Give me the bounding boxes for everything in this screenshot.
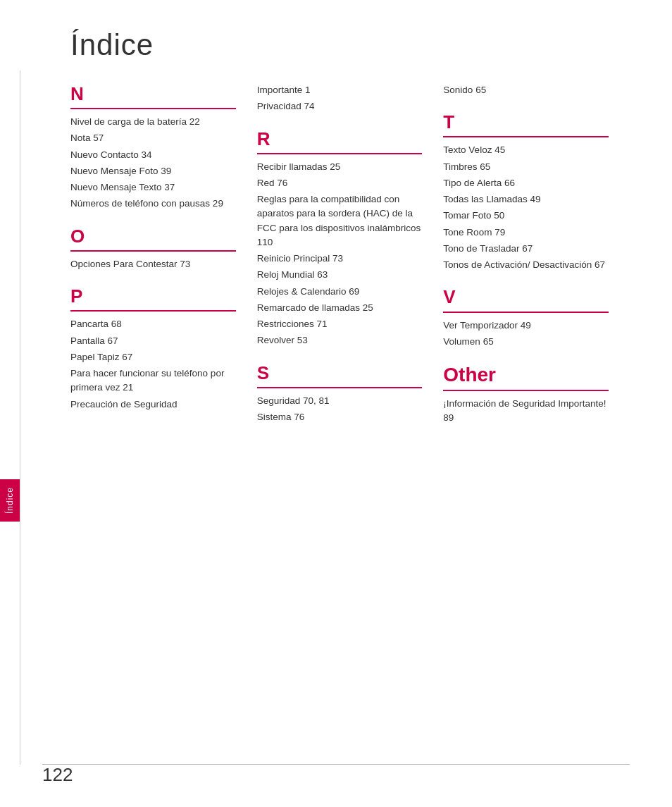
entry-t-7: Tono de Trasladar 67 — [443, 242, 609, 256]
column-1: N Nivel de carga de la batería 22 Nota 5… — [70, 83, 257, 439]
section-n: N Nivel de carga de la batería 22 Nota 5… — [70, 83, 236, 211]
section-divider-o — [70, 250, 236, 252]
section-divider-other — [443, 390, 609, 391]
entry-n-4: Nuevo Mensaje Foto 39 — [70, 164, 236, 178]
section-other: Other ¡Información de Seguridad Importan… — [443, 363, 609, 425]
section-p: P Pancarta 68 Pantalla 67 Papel Tapiz 67… — [70, 285, 236, 412]
sidebar-label: Índice — [5, 487, 15, 514]
left-border-line — [20, 70, 20, 765]
entry-t-4: Todas las Llamadas 49 — [443, 192, 609, 207]
section-divider-t — [443, 136, 609, 137]
section-letter-p: P — [70, 285, 236, 307]
entry-cont-2: Privacidad 74 — [257, 99, 423, 113]
section-v: V Ver Temporizador 49 Volumen 65 — [443, 286, 609, 349]
bottom-border — [42, 764, 630, 765]
section-letter-other: Other — [443, 363, 609, 387]
page-title: Índice — [70, 28, 630, 62]
entry-cont3-1: Sonido 65 — [443, 83, 609, 97]
entry-r-6: Relojes & Calendario 69 — [257, 285, 423, 299]
section-s: S Seguridad 70, 81 Sistema 76 — [257, 362, 423, 425]
section-divider-s — [257, 387, 423, 388]
entry-t-2: Timbres 65 — [443, 160, 609, 174]
page-number: 122 — [42, 764, 73, 786]
entry-v-1: Ver Temporizador 49 — [443, 319, 609, 333]
content-area: N Nivel de carga de la batería 22 Nota 5… — [70, 83, 630, 439]
section-continuation-3: Sonido 65 — [443, 83, 609, 97]
entry-p-2: Pantalla 67 — [70, 334, 236, 348]
entry-p-4: Para hacer funcionar su teléfono por pri… — [70, 366, 236, 395]
section-letter-s: S — [257, 362, 423, 384]
section-t: T Texto Veloz 45 Timbres 65 Tipo de Aler… — [443, 111, 609, 272]
section-letter-n: N — [70, 83, 236, 105]
entry-r-3: Reglas para la compatibilidad con aparat… — [257, 192, 423, 250]
entry-n-3: Nuevo Contacto 34 — [70, 148, 236, 162]
entry-v-2: Volumen 65 — [443, 335, 609, 349]
entry-t-1: Texto Veloz 45 — [443, 143, 609, 157]
section-divider-p — [70, 310, 236, 312]
entry-s-2: Sistema 76 — [257, 410, 423, 424]
entry-t-8: Tonos de Activación/ Desactivación 67 — [443, 258, 609, 272]
section-divider-v — [443, 312, 609, 313]
section-divider-r — [257, 153, 423, 154]
section-continuation: Importante 1 Privacidad 74 — [257, 83, 423, 114]
entry-r-9: Revolver 53 — [257, 333, 423, 347]
entry-n-6: Números de teléfono con pausas 29 — [70, 197, 236, 211]
section-letter-o: O — [70, 226, 236, 247]
entry-r-7: Remarcado de llamadas 25 — [257, 301, 423, 315]
entry-n-2: Nota 57 — [70, 131, 236, 145]
entry-other-1: ¡Información de Seguridad Importante! 89 — [443, 397, 609, 426]
sidebar-text: Índice — [0, 479, 20, 522]
section-letter-r: R — [257, 128, 423, 150]
entry-p-5: Precaución de Seguridad — [70, 398, 236, 412]
entry-r-2: Red 76 — [257, 176, 423, 190]
entry-r-4: Reinicio Principal 73 — [257, 252, 423, 266]
entry-t-6: Tone Room 79 — [443, 226, 609, 240]
entry-p-3: Papel Tapiz 67 — [70, 350, 236, 364]
entry-n-5: Nuevo Mensaje Texto 37 — [70, 180, 236, 195]
entry-t-5: Tomar Foto 50 — [443, 209, 609, 223]
entry-r-5: Reloj Mundial 63 — [257, 268, 423, 282]
entry-s-1: Seguridad 70, 81 — [257, 394, 423, 408]
entry-o-1: Opciones Para Contestar 73 — [70, 257, 236, 271]
section-o: O Opciones Para Contestar 73 — [70, 226, 236, 271]
entry-p-1: Pancarta 68 — [70, 317, 236, 331]
entry-t-3: Tipo de Alerta 66 — [443, 176, 609, 190]
column-2: Importante 1 Privacidad 74 R Recibir lla… — [257, 83, 444, 439]
entry-n-1: Nivel de carga de la batería 22 — [70, 115, 236, 129]
section-letter-t: T — [443, 111, 609, 133]
section-divider-n — [70, 108, 236, 109]
entry-r-8: Restricciones 71 — [257, 317, 423, 331]
section-letter-v: V — [443, 286, 609, 308]
section-r: R Recibir llamadas 25 Red 76 Reglas para… — [257, 128, 423, 348]
entry-r-1: Recibir llamadas 25 — [257, 160, 423, 174]
entry-cont-1: Importante 1 — [257, 83, 423, 97]
column-3: Sonido 65 T Texto Veloz 45 Timbres 65 Ti… — [443, 83, 630, 439]
page: Índice Índice N Nivel de carga de la bat… — [0, 0, 672, 807]
